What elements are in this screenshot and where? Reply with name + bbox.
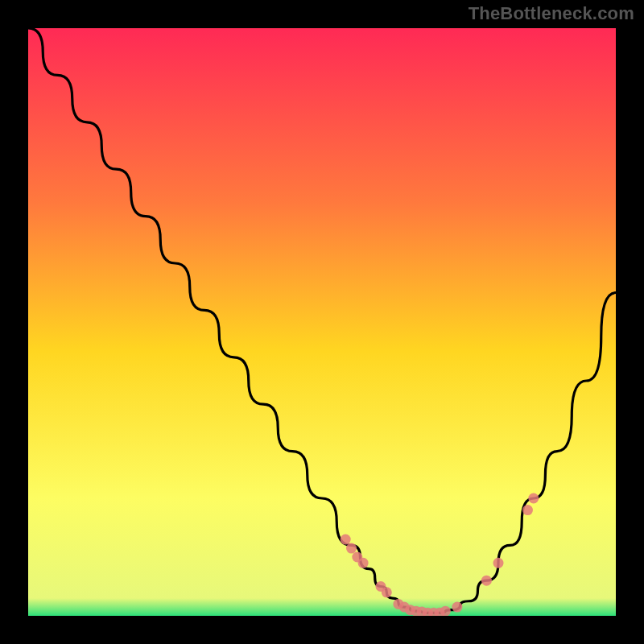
chart-svg	[28, 28, 616, 616]
marker-point	[452, 602, 462, 613]
marker-point	[493, 558, 504, 568]
marker-point	[382, 587, 392, 597]
chart-container: TheBottleneck.com	[0, 0, 644, 644]
gradient-background	[28, 28, 616, 616]
marker-point	[522, 505, 533, 515]
marker-point	[346, 543, 357, 554]
plot-area	[28, 28, 616, 616]
marker-point	[358, 558, 369, 568]
marker-point	[341, 535, 351, 545]
marker-point	[481, 576, 492, 586]
marker-point	[528, 493, 539, 504]
watermark-text: TheBottleneck.com	[469, 3, 634, 24]
